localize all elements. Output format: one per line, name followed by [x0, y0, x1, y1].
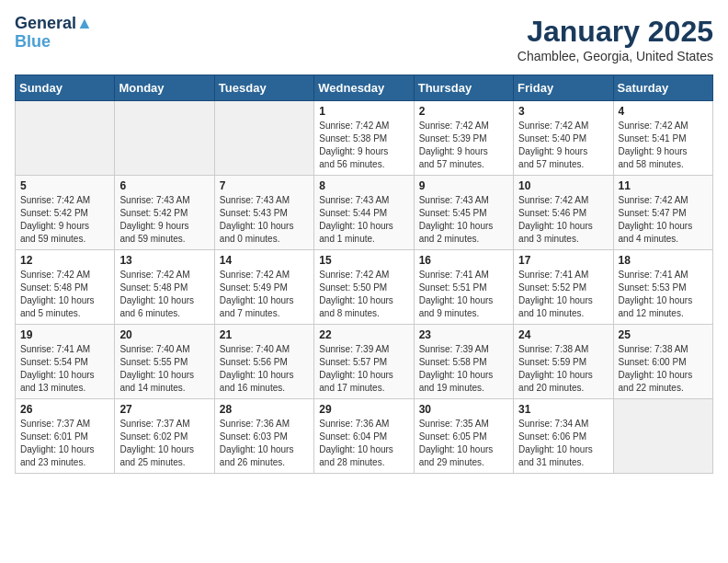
empty-cell	[115, 101, 214, 176]
calendar-table: SundayMondayTuesdayWednesdayThursdayFrid…	[15, 75, 713, 474]
day-cell-23: 23Sunrise: 7:39 AM Sunset: 5:58 PM Dayli…	[414, 325, 513, 399]
day-info: Sunrise: 7:43 AM Sunset: 5:42 PM Dayligh…	[119, 194, 209, 246]
day-info: Sunrise: 7:42 AM Sunset: 5:42 PM Dayligh…	[20, 194, 109, 246]
day-info: Sunrise: 7:42 AM Sunset: 5:38 PM Dayligh…	[319, 120, 408, 171]
day-cell-14: 14Sunrise: 7:42 AM Sunset: 5:49 PM Dayli…	[214, 250, 313, 325]
day-info: Sunrise: 7:39 AM Sunset: 5:57 PM Dayligh…	[319, 343, 408, 395]
day-info: Sunrise: 7:37 AM Sunset: 6:02 PM Dayligh…	[119, 418, 209, 469]
day-number: 26	[20, 403, 109, 416]
day-number: 1	[319, 105, 408, 118]
day-info: Sunrise: 7:42 AM Sunset: 5:46 PM Dayligh…	[518, 194, 608, 246]
week-row-5: 26Sunrise: 7:37 AM Sunset: 6:01 PM Dayli…	[16, 399, 713, 474]
day-cell-25: 25Sunrise: 7:38 AM Sunset: 6:00 PM Dayli…	[613, 325, 712, 399]
weekday-header-saturday: Saturday	[613, 75, 712, 101]
page-header: General▲ Blue January 2025 Chamblee, Geo…	[15, 15, 713, 63]
day-cell-15: 15Sunrise: 7:42 AM Sunset: 5:50 PM Dayli…	[314, 250, 414, 325]
day-cell-22: 22Sunrise: 7:39 AM Sunset: 5:57 PM Dayli…	[314, 325, 414, 399]
day-cell-21: 21Sunrise: 7:40 AM Sunset: 5:56 PM Dayli…	[214, 325, 313, 399]
day-info: Sunrise: 7:41 AM Sunset: 5:52 PM Dayligh…	[518, 269, 608, 320]
day-cell-11: 11Sunrise: 7:42 AM Sunset: 5:47 PM Dayli…	[613, 176, 712, 250]
day-info: Sunrise: 7:39 AM Sunset: 5:58 PM Dayligh…	[419, 343, 508, 395]
day-number: 18	[619, 254, 708, 267]
day-info: Sunrise: 7:42 AM Sunset: 5:41 PM Dayligh…	[619, 120, 708, 171]
day-info: Sunrise: 7:42 AM Sunset: 5:47 PM Dayligh…	[619, 194, 708, 246]
day-number: 3	[518, 105, 608, 118]
day-number: 9	[419, 179, 508, 192]
title-block: January 2025 Chamblee, Georgia, United S…	[518, 15, 713, 63]
day-info: Sunrise: 7:35 AM Sunset: 6:05 PM Dayligh…	[419, 418, 508, 469]
location-subtitle: Chamblee, Georgia, United States	[518, 49, 713, 63]
logo-blue-text: Blue	[15, 33, 93, 52]
day-info: Sunrise: 7:41 AM Sunset: 5:51 PM Dayligh…	[419, 269, 508, 320]
day-number: 7	[220, 179, 309, 192]
day-cell-24: 24Sunrise: 7:38 AM Sunset: 5:59 PM Dayli…	[514, 325, 613, 399]
day-number: 8	[319, 179, 408, 192]
day-number: 30	[419, 403, 508, 416]
day-cell-8: 8Sunrise: 7:43 AM Sunset: 5:44 PM Daylig…	[314, 176, 414, 250]
day-cell-20: 20Sunrise: 7:40 AM Sunset: 5:55 PM Dayli…	[115, 325, 214, 399]
day-cell-5: 5Sunrise: 7:42 AM Sunset: 5:42 PM Daylig…	[16, 176, 115, 250]
day-cell-31: 31Sunrise: 7:34 AM Sunset: 6:06 PM Dayli…	[514, 399, 613, 474]
day-number: 13	[119, 254, 209, 267]
weekday-header-sunday: Sunday	[16, 75, 115, 101]
day-info: Sunrise: 7:34 AM Sunset: 6:06 PM Dayligh…	[518, 418, 608, 469]
day-number: 15	[319, 254, 408, 267]
day-number: 12	[20, 254, 109, 267]
day-info: Sunrise: 7:43 AM Sunset: 5:44 PM Dayligh…	[319, 194, 408, 246]
day-number: 14	[220, 254, 309, 267]
day-info: Sunrise: 7:43 AM Sunset: 5:43 PM Dayligh…	[220, 194, 309, 246]
day-cell-10: 10Sunrise: 7:42 AM Sunset: 5:46 PM Dayli…	[514, 176, 613, 250]
weekday-header-wednesday: Wednesday	[314, 75, 414, 101]
day-info: Sunrise: 7:37 AM Sunset: 6:01 PM Dayligh…	[20, 418, 109, 469]
day-cell-12: 12Sunrise: 7:42 AM Sunset: 5:48 PM Dayli…	[16, 250, 115, 325]
day-info: Sunrise: 7:41 AM Sunset: 5:54 PM Dayligh…	[20, 343, 109, 395]
week-row-2: 5Sunrise: 7:42 AM Sunset: 5:42 PM Daylig…	[16, 176, 713, 250]
week-row-3: 12Sunrise: 7:42 AM Sunset: 5:48 PM Dayli…	[16, 250, 713, 325]
day-info: Sunrise: 7:36 AM Sunset: 6:04 PM Dayligh…	[319, 418, 408, 469]
day-info: Sunrise: 7:42 AM Sunset: 5:39 PM Dayligh…	[419, 120, 508, 171]
week-row-4: 19Sunrise: 7:41 AM Sunset: 5:54 PM Dayli…	[16, 325, 713, 399]
day-cell-26: 26Sunrise: 7:37 AM Sunset: 6:01 PM Dayli…	[16, 399, 115, 474]
day-info: Sunrise: 7:42 AM Sunset: 5:48 PM Dayligh…	[119, 269, 209, 320]
month-title: January 2025	[518, 15, 713, 49]
day-number: 28	[220, 403, 309, 416]
day-number: 29	[319, 403, 408, 416]
weekday-header-row: SundayMondayTuesdayWednesdayThursdayFrid…	[16, 75, 713, 101]
day-number: 20	[119, 328, 209, 341]
day-info: Sunrise: 7:42 AM Sunset: 5:40 PM Dayligh…	[518, 120, 608, 171]
day-cell-27: 27Sunrise: 7:37 AM Sunset: 6:02 PM Dayli…	[115, 399, 214, 474]
day-cell-6: 6Sunrise: 7:43 AM Sunset: 5:42 PM Daylig…	[115, 176, 214, 250]
day-cell-1: 1Sunrise: 7:42 AM Sunset: 5:38 PM Daylig…	[314, 101, 414, 176]
day-info: Sunrise: 7:40 AM Sunset: 5:56 PM Dayligh…	[220, 343, 309, 395]
day-number: 27	[119, 403, 209, 416]
day-cell-9: 9Sunrise: 7:43 AM Sunset: 5:45 PM Daylig…	[414, 176, 513, 250]
day-number: 21	[220, 328, 309, 341]
day-info: Sunrise: 7:36 AM Sunset: 6:03 PM Dayligh…	[220, 418, 309, 469]
day-info: Sunrise: 7:38 AM Sunset: 6:00 PM Dayligh…	[619, 343, 708, 395]
day-cell-13: 13Sunrise: 7:42 AM Sunset: 5:48 PM Dayli…	[115, 250, 214, 325]
day-number: 25	[619, 328, 708, 341]
day-cell-2: 2Sunrise: 7:42 AM Sunset: 5:39 PM Daylig…	[414, 101, 513, 176]
day-number: 22	[319, 328, 408, 341]
day-info: Sunrise: 7:43 AM Sunset: 5:45 PM Dayligh…	[419, 194, 508, 246]
logo: General▲ Blue	[15, 15, 93, 52]
day-info: Sunrise: 7:42 AM Sunset: 5:50 PM Dayligh…	[319, 269, 408, 320]
day-info: Sunrise: 7:40 AM Sunset: 5:55 PM Dayligh…	[119, 343, 209, 395]
day-cell-3: 3Sunrise: 7:42 AM Sunset: 5:40 PM Daylig…	[514, 101, 613, 176]
day-cell-7: 7Sunrise: 7:43 AM Sunset: 5:43 PM Daylig…	[214, 176, 313, 250]
empty-cell	[214, 101, 313, 176]
day-number: 16	[419, 254, 508, 267]
day-info: Sunrise: 7:41 AM Sunset: 5:53 PM Dayligh…	[619, 269, 708, 320]
day-info: Sunrise: 7:42 AM Sunset: 5:48 PM Dayligh…	[20, 269, 109, 320]
day-cell-29: 29Sunrise: 7:36 AM Sunset: 6:04 PM Dayli…	[314, 399, 414, 474]
day-number: 31	[518, 403, 608, 416]
weekday-header-friday: Friday	[514, 75, 613, 101]
day-number: 17	[518, 254, 608, 267]
day-number: 11	[619, 179, 708, 192]
empty-cell	[613, 399, 712, 474]
day-info: Sunrise: 7:38 AM Sunset: 5:59 PM Dayligh…	[518, 343, 608, 395]
week-row-1: 1Sunrise: 7:42 AM Sunset: 5:38 PM Daylig…	[16, 101, 713, 176]
weekday-header-monday: Monday	[115, 75, 214, 101]
day-cell-16: 16Sunrise: 7:41 AM Sunset: 5:51 PM Dayli…	[414, 250, 513, 325]
day-number: 4	[619, 105, 708, 118]
